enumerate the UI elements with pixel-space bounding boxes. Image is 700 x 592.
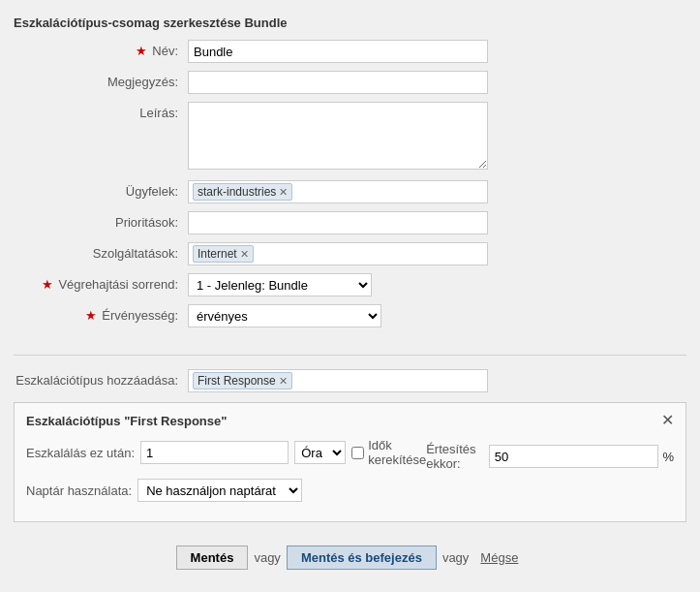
description-textarea[interactable] <box>188 102 488 170</box>
form-section: ★ Név: Megjegyzés: Leírás: Ügyfelek: <box>0 40 700 345</box>
validity-select[interactable]: érvényes <box>188 304 381 327</box>
notify-label: Értesítés ekkor: <box>426 442 485 471</box>
service-tag-internet: Internet ✕ <box>193 245 254 263</box>
exec-order-control: 1 - Jelenleg: Bundle <box>188 273 488 296</box>
service-tag-remove[interactable]: ✕ <box>240 249 249 260</box>
customer-tag-remove[interactable]: ✕ <box>279 187 288 198</box>
page-title: Eszkalációtípus-csomag szerkesztése Bund… <box>0 10 700 40</box>
page-container: Eszkalációtípus-csomag szerkesztése Bund… <box>0 0 700 592</box>
required-star-validity: ★ <box>85 308 97 323</box>
calendar-row: Naptár használata: Ne használjon naptára… <box>26 479 674 502</box>
escalation-tag-remove[interactable]: ✕ <box>279 376 288 387</box>
name-label: ★ Név: <box>14 40 188 58</box>
validity-control: érvényes <box>188 304 488 327</box>
after-label: Eszkalálás ez után: <box>26 446 135 460</box>
note-label: Megjegyzés: <box>14 71 188 89</box>
escalation-add-section: Eszkalációtípus hozzáadása: First Respon… <box>0 369 700 392</box>
form-row-exec-order: ★ Végrehajtási sorrend: 1 - Jelenleg: Bu… <box>14 273 686 296</box>
validity-label: ★ Érvényesség: <box>14 304 188 323</box>
description-control <box>188 102 488 172</box>
escalation-tag-first-response: First Response ✕ <box>193 372 292 389</box>
escalation-card-title: Eszkalációtípus "First Response" <box>26 414 227 428</box>
round-label: Idők kerekítése <box>368 438 426 467</box>
form-row-services: Szolgáltatások: Internet ✕ <box>14 242 686 265</box>
services-tag-input[interactable]: Internet ✕ <box>188 242 488 265</box>
form-row-validity: ★ Érvényesség: érvényes <box>14 304 686 327</box>
separator-or-2: vagy <box>442 550 469 565</box>
escalation-type-tag-input[interactable]: First Response ✕ <box>188 369 488 392</box>
required-star-name: ★ <box>136 44 147 58</box>
save-button[interactable]: Mentés <box>176 545 249 570</box>
form-row-note: Megjegyzés: <box>14 71 686 94</box>
notify-unit: % <box>662 450 674 464</box>
priorities-tag-input[interactable] <box>188 211 488 234</box>
round-checkbox-label: Idők kerekítése <box>351 438 426 467</box>
exec-order-label: ★ Végrehajtási sorrend: <box>14 273 188 292</box>
notify-value-input[interactable] <box>489 445 659 468</box>
form-row-description: Leírás: <box>14 102 686 172</box>
form-row-priorities: Prioritások: <box>14 211 686 234</box>
form-row-customers: Ügyfelek: stark-industries ✕ <box>14 180 686 203</box>
required-star-exec: ★ <box>42 277 53 292</box>
escalation-tag-label: First Response <box>198 374 276 388</box>
name-control <box>188 40 488 63</box>
service-tag-label: Internet <box>198 247 237 261</box>
services-control: Internet ✕ <box>188 242 488 265</box>
customers-label: Ügyfelek: <box>14 180 188 199</box>
escalation-add-label: Eszkalációtípus hozzáadása: <box>14 369 188 388</box>
calendar-select[interactable]: Ne használjon naptárat Munkaidő naptár <box>137 479 302 502</box>
cancel-button[interactable]: Mégse <box>474 546 524 569</box>
footer-buttons: Mentés vagy Mentés és befejezés vagy Még… <box>0 532 700 579</box>
escalation-card: Eszkalációtípus "First Response" ✕ Eszka… <box>14 402 686 522</box>
escalation-card-inner-row: Eszkalálás ez után: Óra Perc Nap Idők ke… <box>26 438 674 475</box>
customer-tag-label: stark-industries <box>198 185 276 199</box>
name-input[interactable] <box>188 40 488 63</box>
calendar-label: Naptár használata: <box>26 483 132 498</box>
note-input[interactable] <box>188 71 488 94</box>
escalation-after-row: Eszkalálás ez után: Óra Perc Nap Idők ke… <box>26 438 426 467</box>
customers-control: stark-industries ✕ <box>188 180 488 203</box>
priorities-label: Prioritások: <box>14 211 188 230</box>
escalation-add-control: First Response ✕ <box>188 369 488 392</box>
divider <box>14 355 686 356</box>
note-control <box>188 71 488 94</box>
escalation-card-close-button[interactable]: ✕ <box>661 413 674 428</box>
notify-section: Értesítés ekkor: % <box>426 442 674 471</box>
priorities-control <box>188 211 488 234</box>
after-value-input[interactable] <box>140 441 289 464</box>
exec-order-select[interactable]: 1 - Jelenleg: Bundle <box>188 273 372 296</box>
customers-tag-input[interactable]: stark-industries ✕ <box>188 180 488 203</box>
services-label: Szolgáltatások: <box>14 242 188 261</box>
escalation-card-header: Eszkalációtípus "First Response" ✕ <box>26 413 674 428</box>
save-finish-button[interactable]: Mentés és befejezés <box>287 545 437 570</box>
escalation-add-row: Eszkalációtípus hozzáadása: First Respon… <box>14 369 686 392</box>
unit-select[interactable]: Óra Perc Nap <box>294 441 346 464</box>
separator-or-1: vagy <box>254 550 280 565</box>
form-row-name: ★ Név: <box>14 40 686 63</box>
round-checkbox[interactable] <box>351 447 364 459</box>
description-label: Leírás: <box>14 102 188 120</box>
customer-tag-stark: stark-industries ✕ <box>193 183 292 201</box>
